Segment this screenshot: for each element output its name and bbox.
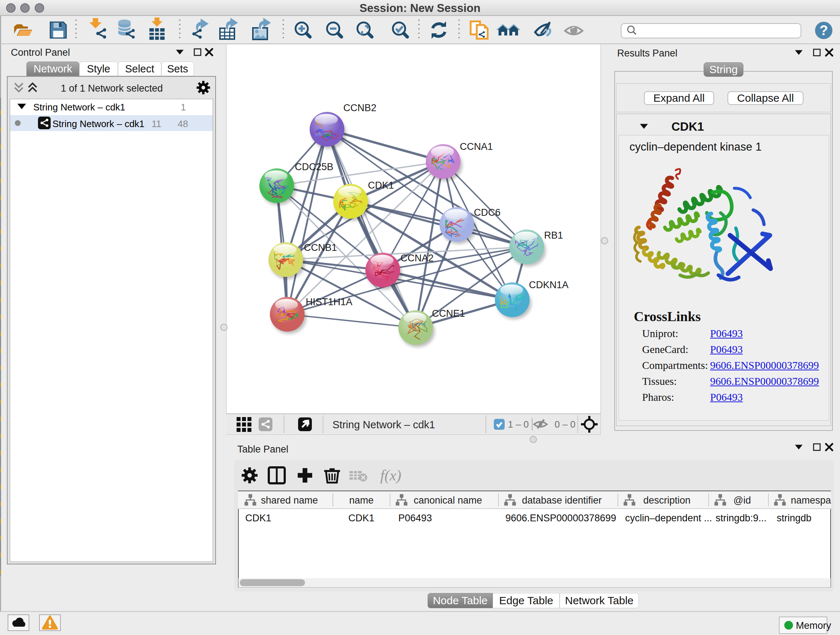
svg-text:CCNB2: CCNB2 xyxy=(343,103,377,113)
svg-text:name: name xyxy=(349,495,374,506)
svg-text:@id: @id xyxy=(733,495,751,506)
svg-text:String Network – cdk1: String Network – cdk1 xyxy=(33,102,125,112)
svg-text:RB1: RB1 xyxy=(544,230,563,241)
svg-text:namespace: namespace xyxy=(791,495,831,506)
svg-text:CCNB1: CCNB1 xyxy=(304,242,337,253)
svg-text:cyclin–dependent ...: cyclin–dependent ... xyxy=(625,513,712,524)
svg-text:CCNE1: CCNE1 xyxy=(432,308,465,319)
svg-text:String Network – cdk1: String Network – cdk1 xyxy=(332,419,435,431)
svg-text:CDK1: CDK1 xyxy=(368,180,394,191)
svg-text:48: 48 xyxy=(178,119,188,129)
svg-text:1 of 1 Network selected: 1 of 1 Network selected xyxy=(61,83,163,94)
svg-text:database identifier: database identifier xyxy=(522,495,602,506)
svg-text:canonical name: canonical name xyxy=(414,495,482,506)
svg-text:1: 1 xyxy=(181,102,186,112)
svg-text:description: description xyxy=(643,495,691,506)
svg-text:CDC6: CDC6 xyxy=(474,207,501,218)
svg-text:stringdb:9...: stringdb:9... xyxy=(715,513,767,524)
svg-text:?: ? xyxy=(819,23,828,38)
svg-text:CDC25B: CDC25B xyxy=(295,162,333,172)
svg-text:9606.ENSP00000378699: 9606.ENSP00000378699 xyxy=(505,513,616,524)
svg-text:CDKN1A: CDKN1A xyxy=(529,279,569,290)
svg-text:P06493: P06493 xyxy=(398,513,432,524)
svg-text:stringdb: stringdb xyxy=(777,513,812,524)
svg-text:Memory: Memory xyxy=(796,620,831,631)
svg-text:HIST1H1A: HIST1H1A xyxy=(306,296,352,307)
svg-text:11: 11 xyxy=(152,119,161,129)
svg-text:f(x): f(x) xyxy=(380,467,401,484)
svg-text:CDK1: CDK1 xyxy=(671,120,704,133)
svg-text:0 – 0: 0 – 0 xyxy=(554,419,576,430)
svg-text:CDK1: CDK1 xyxy=(348,513,374,524)
svg-text:CCNA2: CCNA2 xyxy=(401,253,434,264)
svg-text:1 – 0: 1 – 0 xyxy=(508,419,529,430)
svg-text:CDK1: CDK1 xyxy=(245,513,271,524)
svg-text:String Network – cdk1: String Network – cdk1 xyxy=(52,119,144,129)
svg-text:CCNA1: CCNA1 xyxy=(460,141,493,152)
svg-text:shared name: shared name xyxy=(261,495,318,506)
